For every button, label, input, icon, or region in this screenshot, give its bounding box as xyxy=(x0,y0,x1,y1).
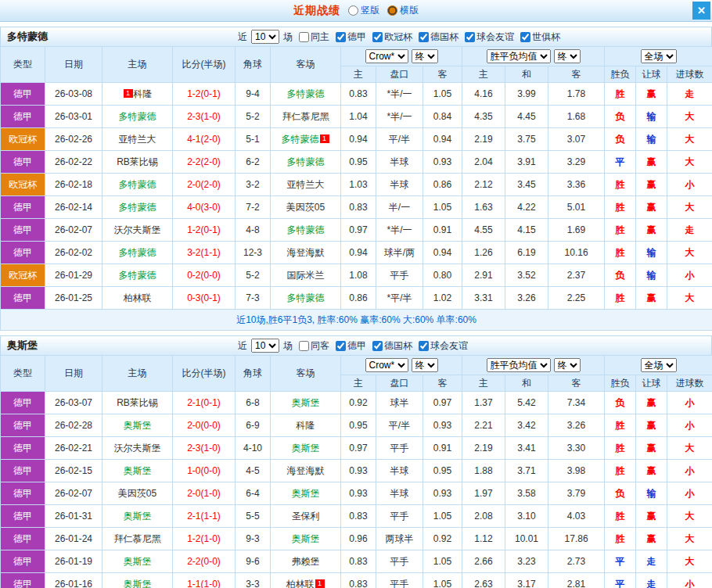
team-link[interactable]: 奥斯堡 xyxy=(292,533,320,544)
team-link[interactable]: 奥斯堡 xyxy=(124,579,152,588)
team-link[interactable]: 美因茨05 xyxy=(118,488,156,499)
team-link[interactable]: 亚特兰大 xyxy=(287,179,325,190)
team-link[interactable]: 弗赖堡 xyxy=(292,556,320,567)
result-goals-cell: 大 xyxy=(667,550,712,573)
handicap-cell: 半/一 xyxy=(376,196,423,219)
filter-欧冠杯[interactable]: 欧冠杯 xyxy=(372,30,412,44)
result-handicap-cell: 赢 xyxy=(636,196,667,219)
team-link[interactable]: 奥斯堡 xyxy=(292,397,320,408)
team-link[interactable]: 奥斯堡 xyxy=(124,465,152,476)
filters-bar: 近10场同客德甲德国杯球会友谊 xyxy=(238,336,468,355)
team-link[interactable]: 多特蒙德 xyxy=(119,247,156,258)
team-link[interactable]: 沃尔夫斯堡 xyxy=(114,443,161,454)
avg-odds-select[interactable]: 胜平负均值 xyxy=(487,358,551,372)
avg-home-cell: 2.04 xyxy=(462,151,505,174)
filter-德甲[interactable]: 德甲 xyxy=(336,339,366,353)
avg-home-cell: 1.88 xyxy=(462,460,505,482)
team-link[interactable]: 科隆 xyxy=(134,88,153,99)
league-cell: 德甲 xyxy=(1,505,45,528)
team-link[interactable]: 沃尔夫斯堡 xyxy=(114,224,161,235)
away-team-cell: 弗赖堡 xyxy=(271,550,341,573)
team-link[interactable]: RB莱比锡 xyxy=(117,156,158,167)
home-team-cell: 沃尔夫斯堡 xyxy=(102,219,173,242)
vertical-layout-radio[interactable] xyxy=(348,5,358,16)
odds-away-cell: 0.86 xyxy=(423,174,462,196)
summary-row: 近10场,胜6平1负3, 胜率:60% 赢率:60% 大:60% 单率:60% xyxy=(1,310,712,331)
team-link[interactable]: 美因茨05 xyxy=(286,202,325,213)
filter-checkbox[interactable] xyxy=(336,32,346,42)
handicap-cell: 平手 xyxy=(376,573,423,588)
filter-同客[interactable]: 同客 xyxy=(299,339,329,353)
team-link[interactable]: 圣保利 xyxy=(292,511,320,522)
team-link[interactable]: 拜仁慕尼黑 xyxy=(282,111,329,122)
layout-option-vertical[interactable]: 竖版 xyxy=(348,4,379,17)
team-link[interactable]: 科隆 xyxy=(297,420,315,431)
filter-同主[interactable]: 同主 xyxy=(299,30,329,44)
filter-checkbox[interactable] xyxy=(372,341,383,351)
team-link[interactable]: 多特蒙德 xyxy=(119,111,156,122)
team-link[interactable]: 拜仁慕尼黑 xyxy=(114,533,161,544)
filter-checkbox[interactable] xyxy=(520,32,530,42)
league-cell: 德甲 xyxy=(1,528,45,550)
scope-select[interactable]: 全场 xyxy=(641,358,677,372)
filter-checkbox[interactable] xyxy=(299,32,309,42)
bookmaker-select[interactable]: Crow* xyxy=(365,358,408,372)
filter-球会友谊[interactable]: 球会友谊 xyxy=(419,339,468,353)
team-link[interactable]: 多特蒙德 xyxy=(119,270,156,281)
filter-checkbox[interactable] xyxy=(419,32,429,42)
team-link[interactable]: 奥斯堡 xyxy=(292,488,320,499)
odds-away-cell: 1.05 xyxy=(423,505,462,528)
layout-option-horizontal[interactable]: 横版 xyxy=(387,4,419,17)
match-row: 德甲26-01-31奥斯堡2-1(1-1)5-5圣保利0.83平手1.052.0… xyxy=(1,505,712,528)
team-link[interactable]: 多特蒙德 xyxy=(119,202,156,213)
team-link[interactable]: 奥斯堡 xyxy=(124,556,152,567)
filter-checkbox[interactable] xyxy=(372,32,383,42)
team-link[interactable]: 多特蒙德 xyxy=(287,292,325,303)
bookmaker-select[interactable]: Crow* xyxy=(365,49,408,63)
team-link[interactable]: 多特蒙德 xyxy=(287,88,325,99)
scope-select[interactable]: 全场 xyxy=(641,49,677,63)
handicap-cell: 平/半 xyxy=(376,414,423,437)
avg-stage-select[interactable]: 终 xyxy=(554,49,581,63)
home-team-cell: 拜仁慕尼黑 xyxy=(102,528,173,550)
team-link[interactable]: 国际米兰 xyxy=(287,270,325,281)
team-link[interactable]: 多特蒙德 xyxy=(119,179,156,190)
col-avg-group: 胜平负均值终 xyxy=(462,356,605,375)
team-link[interactable]: 奥斯堡 xyxy=(124,420,152,431)
match-count-select[interactable]: 10 xyxy=(251,30,279,44)
team-link[interactable]: 亚特兰大 xyxy=(119,134,156,145)
odds-stage-select[interactable]: 终 xyxy=(412,49,438,63)
avg-odds-select[interactable]: 胜平负均值 xyxy=(487,49,551,63)
team-link[interactable]: 奥斯堡 xyxy=(124,511,152,522)
team-link[interactable]: 海登海默 xyxy=(287,465,325,476)
team-link[interactable]: 多特蒙德 xyxy=(287,224,325,235)
filter-德甲[interactable]: 德甲 xyxy=(336,30,366,44)
filter-世俱杯[interactable]: 世俱杯 xyxy=(520,30,560,44)
filter-checkbox[interactable] xyxy=(465,32,475,42)
filter-球会友谊[interactable]: 球会友谊 xyxy=(465,30,514,44)
team-link[interactable]: 奥斯堡 xyxy=(292,443,320,454)
close-icon[interactable]: ✕ xyxy=(692,2,710,20)
team-link[interactable]: 柏林联 xyxy=(286,579,315,588)
odds-away-cell: 0.84 xyxy=(423,106,462,128)
filter-德国杯[interactable]: 德国杯 xyxy=(419,30,458,44)
avg-stage-select[interactable]: 终 xyxy=(554,358,581,372)
filter-德国杯[interactable]: 德国杯 xyxy=(372,339,412,353)
away-team-cell: 多特蒙德 xyxy=(271,287,341,310)
odds-home-cell: 0.93 xyxy=(341,482,376,505)
team-link[interactable]: 多特蒙德 xyxy=(282,134,319,145)
team-link[interactable]: RB莱比锡 xyxy=(117,397,158,408)
team-link[interactable]: 柏林联 xyxy=(124,292,152,303)
handicap-cell: 两球半 xyxy=(376,528,423,550)
corners-cell: 3-2 xyxy=(236,174,271,196)
match-count-select[interactable]: 10 xyxy=(251,339,279,353)
filter-checkbox[interactable] xyxy=(336,341,346,351)
filter-checkbox[interactable] xyxy=(419,341,429,351)
filter-checkbox[interactable] xyxy=(299,341,309,351)
team-link[interactable]: 多特蒙德 xyxy=(287,156,325,167)
odds-stage-select[interactable]: 终 xyxy=(412,358,438,372)
team-link[interactable]: 海登海默 xyxy=(287,247,325,258)
red-card-badge: 1 xyxy=(320,134,329,143)
horizontal-layout-radio[interactable] xyxy=(387,5,397,16)
home-team-cell: 1科隆 xyxy=(102,83,173,106)
